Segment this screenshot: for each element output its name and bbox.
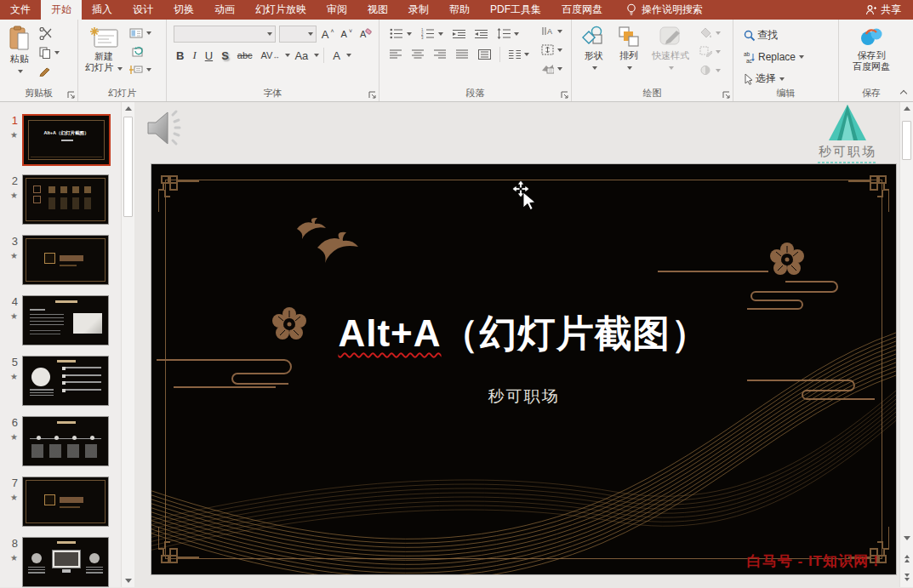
new-slide-button[interactable]: 新建幻灯片 [82, 24, 126, 76]
scroll-thumb[interactable] [902, 121, 911, 160]
slide-title[interactable]: Alt+A（幻灯片截图） [151, 309, 896, 359]
thumbnail-scroll-down-button[interactable] [122, 574, 135, 587]
font-color-dropdown-icon[interactable] [346, 54, 351, 57]
slide-thumbnail-5[interactable]: 5★ [0, 356, 121, 416]
tab-slideshow[interactable]: 幻灯片放映 [245, 0, 317, 20]
share-button[interactable]: 共享 [853, 0, 913, 20]
thumbnail-scroll-thumb[interactable] [123, 117, 133, 217]
font-dialog-launcher[interactable] [368, 91, 376, 99]
decrease-indent-button[interactable] [451, 27, 467, 41]
slide-editing-area[interactable]: Alt+A（幻灯片截图） 秒可职场 白马号 - IT知识网！ [151, 164, 896, 574]
strikethrough-button[interactable]: abc [233, 49, 257, 61]
font-size-select[interactable] [279, 26, 316, 43]
justify-button[interactable] [454, 48, 470, 61]
slide-subtitle[interactable]: 秒可职场 [151, 385, 896, 408]
text-shadow-button[interactable]: S [217, 49, 233, 63]
text-direction-button[interactable]: A [539, 24, 564, 38]
tab-file[interactable]: 文件 [0, 0, 41, 20]
thumbnail-preview[interactable] [22, 416, 109, 466]
thumbnail-preview[interactable] [22, 295, 109, 345]
numbering-button[interactable]: 123 [419, 26, 445, 41]
previous-slide-button[interactable] [900, 552, 913, 565]
tab-pdf-tools[interactable]: PDF工具集 [480, 0, 551, 20]
decrease-font-size-button[interactable]: A˅ [340, 27, 354, 41]
shapes-button[interactable]: 形状 [579, 23, 609, 75]
line-spacing-button[interactable] [495, 26, 521, 41]
tab-help[interactable]: 帮助 [439, 0, 480, 20]
slide-thumbnail-6[interactable]: 6★ [0, 416, 121, 477]
tab-baidu-netdisk[interactable]: 百度网盘 [551, 0, 613, 20]
slide-thumbnail-8[interactable]: 8★ [0, 537, 121, 588]
paragraph-dialog-launcher[interactable] [561, 91, 568, 99]
tab-home[interactable]: 开始 [41, 0, 82, 20]
columns-button[interactable] [507, 48, 531, 61]
italic-button[interactable]: I [188, 48, 200, 63]
cut-button[interactable] [37, 26, 61, 42]
underline-button[interactable]: U [201, 49, 217, 63]
replace-button[interactable]: abac Replace [742, 49, 838, 65]
tab-animations[interactable]: 动画 [204, 0, 245, 20]
layout-button[interactable] [128, 26, 153, 40]
copy-button[interactable] [37, 45, 61, 60]
vertical-scrollbar[interactable] [899, 102, 913, 587]
paste-button[interactable]: 粘贴 [5, 23, 34, 78]
tab-transitions[interactable]: 切换 [163, 0, 204, 20]
arrange-button[interactable]: 排列 [614, 23, 643, 75]
tab-record[interactable]: 录制 [398, 0, 439, 20]
find-button[interactable]: 查找 [742, 26, 838, 44]
clipboard-dialog-launcher[interactable] [67, 91, 75, 99]
align-center-button[interactable] [410, 48, 425, 61]
quick-styles-button[interactable]: 快速样式 [648, 23, 693, 75]
slide-thumbnail-4[interactable]: 4★ [0, 295, 121, 356]
increase-indent-button[interactable] [473, 27, 489, 41]
increase-font-size-button[interactable]: A˄ [320, 26, 336, 43]
align-text-button[interactable] [539, 43, 564, 57]
thumbnail-preview[interactable] [22, 174, 109, 225]
shape-outline-button[interactable] [698, 44, 722, 59]
drawing-dialog-launcher[interactable] [722, 91, 730, 99]
save-to-baidu-netdisk-button[interactable]: 保存到百度网盘 [839, 23, 904, 75]
distribute-text-button[interactable] [476, 48, 493, 61]
thumbnail-preview[interactable]: Alt+A（幻灯片截图） [22, 114, 111, 166]
thumbnail-scroll-up-button[interactable] [122, 102, 135, 115]
clear-formatting-button[interactable]: A [357, 26, 374, 42]
align-right-button[interactable] [432, 48, 448, 61]
reset-slide-button[interactable] [128, 44, 153, 59]
format-painter-button[interactable] [37, 64, 61, 78]
section-button[interactable] [128, 63, 153, 77]
slide-thumbnail-3[interactable]: 3★ [0, 235, 121, 295]
thumbnail-preview[interactable] [22, 477, 109, 527]
font-color-button[interactable]: A [328, 49, 345, 63]
thumbnail-scrollbar[interactable] [121, 102, 134, 587]
tell-me-search[interactable]: 操作说明搜索 [626, 0, 703, 20]
bold-button[interactable]: B [172, 49, 188, 63]
bullets-button[interactable] [388, 26, 414, 41]
paste-dropdown-icon[interactable] [18, 70, 23, 73]
slide-thumbnail-1[interactable]: 1★ Alt+A（幻灯片截图） [0, 114, 121, 174]
arrange-dropdown-icon[interactable] [627, 66, 632, 70]
new-slide-dropdown-icon[interactable] [117, 67, 123, 71]
thumbnail-preview[interactable] [22, 537, 109, 587]
slide-thumbnail-2[interactable]: 2★ [0, 174, 121, 235]
change-case-button[interactable]: Aa [290, 49, 312, 63]
tab-view[interactable]: 视图 [357, 0, 398, 20]
audio-speaker-icon[interactable] [145, 106, 184, 152]
font-name-select[interactable] [174, 26, 276, 43]
shape-effects-button[interactable] [698, 63, 722, 77]
slide-thumbnail-7[interactable]: 7★ [0, 477, 121, 537]
align-left-button[interactable] [388, 48, 403, 61]
scroll-down-button[interactable] [900, 532, 913, 545]
shape-fill-button[interactable] [698, 26, 722, 40]
tab-design[interactable]: 设计 [123, 0, 163, 20]
tab-review[interactable]: 审阅 [317, 0, 357, 20]
thumbnail-preview[interactable] [22, 235, 109, 285]
select-button[interactable]: 选择 [742, 70, 838, 88]
tab-insert[interactable]: 插入 [82, 0, 123, 20]
shapes-dropdown-icon[interactable] [592, 66, 597, 70]
character-spacing-button[interactable]: AV↔ [257, 49, 284, 61]
scroll-up-button[interactable] [900, 102, 913, 115]
change-case-dropdown-icon[interactable] [314, 54, 319, 57]
thumbnail-preview[interactable] [22, 356, 109, 406]
next-slide-button[interactable] [900, 571, 913, 584]
smartart-button[interactable] [539, 61, 564, 76]
